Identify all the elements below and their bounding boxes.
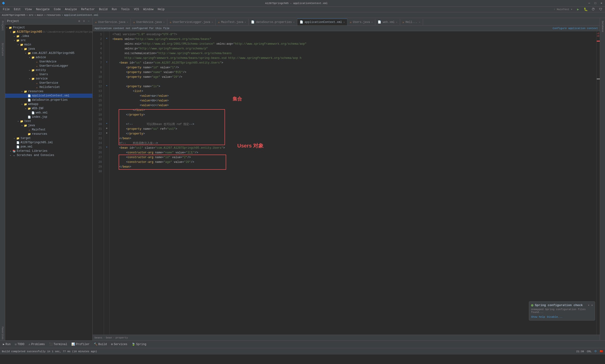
tab-maintest-close[interactable]: ✕ [245, 21, 246, 24]
tab-appctx[interactable]: 📄 applicationContext.xml ✕ [297, 19, 348, 25]
tab-userservice-close[interactable]: ✕ [127, 21, 128, 24]
tab-hell[interactable]: ☕ Hell... ✕ [400, 19, 423, 25]
tree-item-target[interactable]: ▸ 📁 target [5, 136, 92, 140]
tree-item-testjava[interactable]: ▾ 📁 java [5, 123, 92, 128]
tree-item-advice[interactable]: ▾ 📁 advice [5, 55, 92, 60]
menu-build[interactable]: Build [97, 7, 109, 12]
tree-item-datasource[interactable]: ▸ 📄 dataSource.properties [5, 98, 92, 102]
spring-tool-btn[interactable]: 🍃 Spring [130, 341, 148, 348]
favorites-side-label[interactable]: Favorites [1, 326, 4, 340]
tree-item-com[interactable]: ▾ 📁 com.A1207.A1207Springch05 [5, 51, 92, 55]
build-tool-btn[interactable]: 🔨 Build [92, 341, 109, 348]
spring-popup-disable[interactable]: Disable... [547, 315, 563, 318]
profile-btn[interactable]: ⏱ [590, 6, 596, 13]
run-btn[interactable]: ▶ [575, 6, 581, 13]
todo-tool-btn[interactable]: ☑ TODO [13, 341, 26, 348]
tab-webxml-close[interactable]: ✕ [396, 21, 398, 24]
breadcrumb-resources[interactable]: resources [47, 14, 61, 16]
tab-userservicelogger-close[interactable]: ✕ [211, 21, 213, 24]
code-area[interactable]: 集合 Users 对象 <?xml version="1.0" encoding… [110, 31, 596, 335]
spring-popup-close[interactable]: ▾ ✕ [588, 303, 593, 307]
tree-item-extlibs[interactable]: ▸ 📚 External Libraries [5, 149, 92, 153]
tree-item-useradvice[interactable]: ▸ ☕ UserAdvice [5, 60, 92, 64]
minimize-btn[interactable]: — [588, 2, 591, 5]
panel-gear-btn[interactable]: ⚙ [77, 19, 81, 23]
breadcrumb-file[interactable]: applicationContext.xml [64, 14, 98, 16]
tree-item-src[interactable]: ▾ 📁 src [5, 38, 92, 42]
tab-useradvice-close[interactable]: ✕ [163, 21, 165, 24]
tree-item-entity[interactable]: ▸ 📁 entity [5, 68, 92, 72]
tree-item-java[interactable]: ▾ 📁 java [5, 47, 92, 51]
tree-item-helloservlet[interactable]: ▸ ☕ HelloServlet [5, 85, 92, 89]
tab-users[interactable]: ☕ Users.java ✕ [348, 19, 375, 25]
todo-icon: ☑ [15, 342, 16, 346]
menu-edit[interactable]: Edit [12, 7, 23, 12]
tab-hell-close[interactable]: ✕ [419, 21, 420, 24]
tree-item-userservicelogger[interactable]: ▸ ☕ UserServiceLogger [5, 64, 92, 68]
tree-item-iml[interactable]: ▸ 📄 A1207Springch05.iml [5, 140, 92, 145]
tree-item-resources[interactable]: ▾ 📁 resources [5, 89, 92, 94]
menu-analyze[interactable]: Analyze [63, 7, 79, 12]
tree-item-pom[interactable]: ▸ 📄 pom.xml [5, 145, 92, 149]
menu-help[interactable]: Help [156, 7, 166, 12]
tab-webxml[interactable]: 📄 web.xml ✕ [375, 19, 400, 25]
breadcrumb-main[interactable]: main [37, 14, 43, 16]
database-side-label[interactable]: Database [601, 20, 604, 33]
tree-item-test[interactable]: ▾ 📁 test [5, 119, 92, 123]
panel-minimize-btn[interactable]: − [87, 19, 90, 23]
tree-item-users[interactable]: ▸ ☕ Users [5, 72, 92, 77]
tree-item-idea[interactable]: ▸ 📁 .idea [5, 34, 92, 38]
tab-datasource[interactable]: 📄 dataSource.properties ✕ [249, 19, 297, 25]
menu-run[interactable]: Run [110, 7, 119, 12]
tree-item-indexjsp[interactable]: ▸ 📄 index.jsp [5, 115, 92, 119]
tree-item-a1207[interactable]: ▾ 📁 A1207Springch05 D:\JavaEnterpriseWeb… [5, 30, 92, 34]
run-tool-btn[interactable]: ▶ Run [1, 341, 13, 348]
profiler-tool-btn[interactable]: 📊 Profiler [69, 341, 91, 348]
run-config-selector[interactable]: ↑ MainTest ▾ [552, 8, 574, 11]
breadcrumb-project[interactable]: A1207Springch05 [2, 14, 25, 16]
tree-item-appctx[interactable]: ▸ 📄 applicationContext.xml [5, 94, 92, 98]
tab-users-close[interactable]: ✕ [371, 21, 373, 24]
tab-userservice[interactable]: ☕ UserService.java ✕ [93, 19, 131, 25]
tree-item-webinf[interactable]: ▸ 📁 WEB-INF [5, 106, 92, 111]
menu-vcs[interactable]: VCS [132, 7, 141, 12]
tree-item-webxml[interactable]: ▸ 📄 web.xml [5, 111, 92, 115]
path-beans[interactable]: beans [94, 336, 102, 339]
close-btn[interactable]: ✕ [600, 2, 603, 5]
tree-item-service[interactable]: ▾ 📁 service [5, 77, 92, 81]
tree-item-main[interactable]: ▾ 📁 main [5, 42, 92, 47]
tab-maintest[interactable]: ☕ MainTest.java ✕ [216, 19, 249, 25]
breadcrumb-src[interactable]: src [29, 14, 34, 16]
menu-window[interactable]: Window [141, 7, 155, 12]
coverage-btn[interactable]: 🛡 [597, 6, 604, 13]
tree-item-project[interactable]: ▾ 📁 Project [5, 26, 92, 30]
tree-item-userservice[interactable]: ▸ ☕ UserService [5, 81, 92, 85]
terminal-tool-btn[interactable]: ⬛ Terminal [47, 341, 69, 348]
tree-item-scratches[interactable]: ▸ ✏ Scratches and Consoles [5, 153, 92, 157]
debug-btn[interactable]: 🐛 [582, 6, 589, 13]
tab-datasource-close[interactable]: ✕ [293, 21, 295, 24]
tab-useradvice[interactable]: ☕ UserAdvice.java ✕ [131, 19, 167, 25]
services-tool-btn[interactable]: ⚙ Services [109, 341, 129, 348]
tab-userservicelogger[interactable]: ☕ UserServiceLogger.java ✕ [167, 19, 216, 25]
menu-code[interactable]: Code [52, 7, 63, 12]
project-side-label[interactable]: Project [1, 20, 4, 32]
configure-link[interactable]: Configure application context [553, 27, 598, 30]
structure-side-label[interactable]: Structure [1, 42, 4, 57]
tree-item-maintest[interactable]: ▸ ☕ MainTest [5, 128, 92, 132]
maximize-btn[interactable]: □ [594, 2, 597, 5]
panel-layout-btn[interactable]: ≡ [82, 19, 86, 23]
tab-appctx-close[interactable]: ✕ [343, 21, 345, 24]
menu-tools[interactable]: Tools [119, 7, 132, 12]
tree-item-testres[interactable]: ▸ 📁 resources [5, 132, 92, 136]
menu-view[interactable]: View [23, 7, 34, 12]
path-property[interactable]: property [116, 336, 128, 339]
tree-item-webapp[interactable]: ▾ 📁 webapp [5, 102, 92, 106]
folder-icon-testjava: 📁 [24, 124, 27, 127]
spring-popup-show-help[interactable]: Show help [531, 315, 545, 318]
path-bean[interactable]: bean [106, 336, 112, 339]
problems-tool-btn[interactable]: ⚠ Problems [27, 341, 47, 348]
menu-refactor[interactable]: Refactor [79, 7, 97, 12]
menu-file[interactable]: File [1, 7, 12, 12]
menu-navigate[interactable]: Navigate [34, 7, 51, 12]
